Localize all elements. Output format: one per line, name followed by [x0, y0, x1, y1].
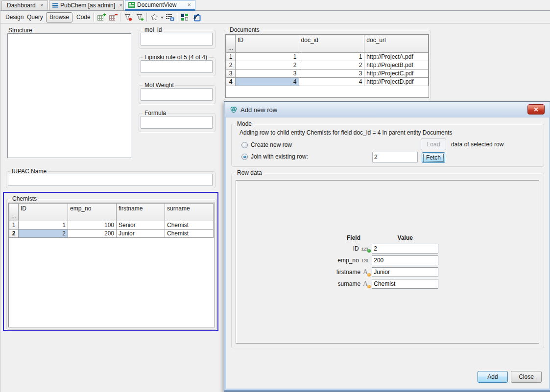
row-header[interactable]: 3	[226, 69, 236, 78]
text-type-icon: A	[363, 280, 368, 287]
cell-id[interactable]: 3	[236, 69, 299, 78]
load-suffix-label: data of selected row	[451, 141, 503, 148]
tab-pubchem[interactable]: PubChem [as admin] ✕	[49, 0, 124, 10]
tab-label: PubChem [as admin]	[58, 2, 118, 9]
lipinski-field[interactable]	[141, 60, 213, 73]
field-row: surnameA	[336, 278, 439, 290]
add-new-row-dialog: Add new row ✕ Mode Adding row to child e…	[224, 101, 550, 392]
fetch-button[interactable]: Fetch	[422, 152, 445, 163]
load-button[interactable]: Load	[421, 138, 446, 150]
row-data-group: Row data Field Value ID123	[231, 173, 544, 348]
cell-doc-id[interactable]: 2	[299, 61, 364, 69]
row-header[interactable]: 1	[226, 53, 236, 61]
row-header[interactable]: 2	[9, 230, 19, 238]
mol-weight-field[interactable]	[141, 88, 213, 101]
table-row[interactable]: 1 1 100 Senior Chemist	[9, 221, 214, 230]
export-icon[interactable]	[191, 13, 201, 22]
filter-current-icon[interactable]	[123, 13, 133, 22]
filter-add-icon[interactable]	[135, 13, 144, 22]
table-data-icon[interactable]	[165, 13, 175, 22]
column-header-doc-url[interactable]: doc_url	[364, 35, 429, 53]
query-button[interactable]: Query	[24, 13, 46, 22]
tab-bar: Dashboard ✕ PubChem [as admin] ✕ Documen…	[0, 0, 550, 11]
create-new-row-radio[interactable]	[241, 142, 248, 148]
cell-firstname[interactable]: Junior	[117, 230, 165, 238]
cell-doc-id[interactable]: 3	[299, 69, 364, 78]
code-button[interactable]: Code	[73, 13, 94, 22]
table-add-icon[interactable]	[96, 13, 106, 22]
chemists-table-viewport[interactable]: ... ID emp_no firstname surname 1 1 100 …	[8, 203, 215, 327]
formula-field[interactable]	[141, 116, 213, 129]
column-header-id[interactable]: ID	[19, 204, 68, 221]
close-icon[interactable]: ✕	[186, 2, 192, 8]
emp-no-value-input[interactable]	[372, 255, 438, 265]
join-row-id-input[interactable]	[372, 152, 418, 162]
firstname-value-input[interactable]	[372, 267, 438, 277]
cell-firstname[interactable]: Senior	[117, 221, 165, 230]
close-icon[interactable]: ✕	[118, 2, 124, 9]
join-existing-row-radio[interactable]	[241, 154, 248, 160]
documents-table-viewport[interactable]: ... ID doc_id doc_url 1 1 1 http://Proje…	[225, 34, 429, 98]
cell-emp-no[interactable]: 100	[68, 221, 117, 230]
cell-emp-no[interactable]: 200	[68, 230, 117, 238]
cell-doc-url[interactable]: http://ProjectA.pdf	[364, 53, 429, 61]
documents-table: ... ID doc_id doc_url 1 1 1 http://Proje…	[226, 35, 429, 86]
field-value-form: Field Value ID123 emp_no123	[336, 234, 439, 290]
table-remove-icon[interactable]	[108, 13, 118, 22]
column-header-firstname[interactable]: firstname	[117, 204, 165, 221]
table-row[interactable]: 2 2 2 http://ProjectB.pdf	[226, 61, 429, 69]
formula-label: Formula	[143, 110, 167, 116]
documents-header-row: ... ID doc_id doc_url	[226, 35, 429, 53]
cell-doc-id[interactable]: 1	[299, 53, 364, 61]
cell-doc-url[interactable]: http://ProjectD.pdf	[364, 78, 429, 86]
table-corner-button[interactable]: ...	[9, 204, 19, 221]
row-header[interactable]: 1	[9, 221, 19, 230]
cell-doc-url[interactable]: http://ProjectC.pdf	[364, 69, 429, 78]
id-value-input[interactable]	[372, 244, 438, 254]
column-header-doc-id[interactable]: doc_id	[299, 35, 364, 53]
field-row: emp_no123	[336, 255, 439, 266]
mol-id-field[interactable]	[141, 33, 213, 46]
field-row: firstnameA	[336, 267, 439, 278]
key-badge-icon	[367, 249, 371, 253]
table-row[interactable]: 1 1 1 http://ProjectA.pdf	[226, 53, 429, 61]
row-header[interactable]: 2	[226, 61, 236, 69]
browse-button[interactable]: Browse	[46, 12, 72, 23]
layout-icon[interactable]	[180, 13, 190, 22]
dialog-titlebar[interactable]: Add new row ✕	[225, 102, 550, 117]
column-header-surname[interactable]: surname	[165, 204, 214, 221]
column-header-emp-no[interactable]: emp_no	[68, 204, 117, 221]
favorites-icon[interactable]	[149, 13, 159, 22]
tab-documentview[interactable]: DocumentView ✕	[125, 0, 195, 11]
column-header-id[interactable]: ID	[236, 35, 299, 53]
cell-doc-id[interactable]: 4	[299, 78, 364, 86]
table-corner-button[interactable]: ...	[226, 35, 236, 53]
cell-id[interactable]: 1	[19, 221, 68, 230]
required-badge-icon	[367, 285, 371, 288]
iupac-field[interactable]	[8, 174, 213, 186]
field-name: firstname	[336, 269, 360, 276]
dialog-close-button[interactable]: ✕	[527, 104, 545, 115]
tab-dashboard[interactable]: Dashboard ✕	[1, 0, 48, 10]
field-label-id: ID123	[336, 243, 371, 254]
surname-value-input[interactable]	[372, 279, 438, 289]
favorites-caret-icon[interactable]	[161, 17, 164, 19]
table-row-selected[interactable]: 2 2 200 Junior Chemist	[9, 230, 214, 238]
cell-id[interactable]: 2	[236, 61, 299, 69]
cell-doc-url[interactable]: http://ProjectB.pdf	[364, 61, 429, 69]
add-button[interactable]: Add	[478, 371, 508, 383]
cell-id-selected[interactable]: 4	[236, 78, 299, 86]
cell-surname[interactable]: Chemist	[165, 221, 214, 230]
table-row-selected[interactable]: 4 4 4 http://ProjectD.pdf	[226, 78, 429, 86]
chemists-header-row: ... ID emp_no firstname surname	[9, 204, 214, 221]
table-row[interactable]: 3 3 3 http://ProjectC.pdf	[226, 69, 429, 78]
structure-canvas[interactable]	[7, 33, 131, 158]
cell-id-selected[interactable]: 2	[19, 230, 68, 238]
cell-surname[interactable]: Chemist	[165, 230, 214, 238]
design-button[interactable]: Design	[2, 13, 26, 22]
mol-id-group: mol_id	[139, 30, 215, 49]
cell-id[interactable]: 1	[236, 53, 299, 61]
row-header[interactable]: 4	[226, 78, 236, 86]
close-button[interactable]: Close	[511, 371, 542, 383]
close-icon[interactable]: ✕	[39, 2, 45, 9]
